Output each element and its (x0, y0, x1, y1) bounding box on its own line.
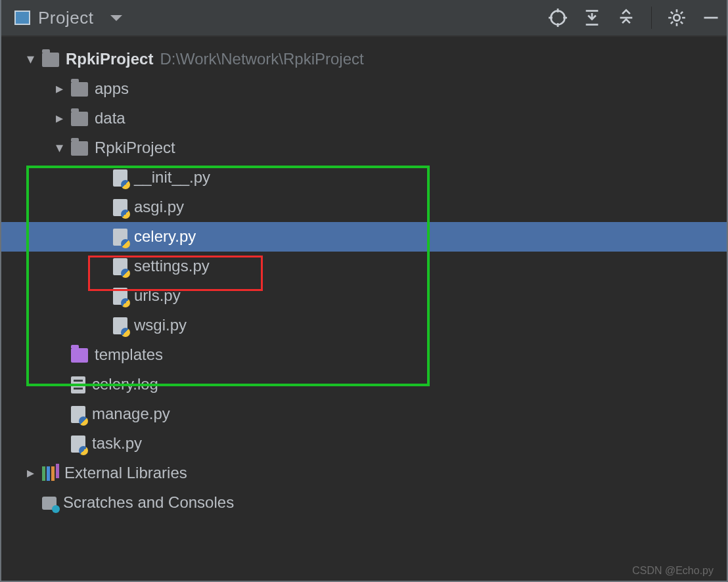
folder-icon (71, 141, 88, 156)
python-file-icon (113, 258, 127, 275)
chevron-down-icon[interactable] (24, 49, 37, 70)
chevron-right-icon[interactable] (24, 463, 37, 484)
minimize-icon[interactable] (702, 9, 720, 27)
expand-all-icon[interactable] (583, 9, 601, 27)
tree-root[interactable]: RpkiProject D:\Work\Network\RpkiProject (1, 45, 727, 74)
python-file-icon (71, 406, 85, 423)
item-label: task.py (92, 432, 142, 455)
python-file-icon (113, 288, 127, 305)
tree-item-apps[interactable]: apps (1, 74, 727, 104)
item-label: urls.py (134, 284, 181, 307)
watermark: CSDN @Echo.py (632, 565, 714, 577)
project-toolbar: Project (1, 0, 727, 37)
text-file-icon (71, 376, 85, 393)
root-name: RpkiProject (66, 48, 153, 71)
svg-point-0 (551, 11, 564, 25)
tree-item-manage[interactable]: manage.py (1, 399, 727, 429)
tree-item-templates[interactable]: templates (1, 340, 727, 370)
python-file-icon (113, 199, 127, 216)
tree-item-asgi[interactable]: asgi.py (1, 192, 727, 222)
chevron-right-icon[interactable] (53, 79, 66, 100)
item-label: templates (95, 344, 163, 367)
tree-item-init[interactable]: __init__.py (1, 163, 727, 192)
tree-item-wsgi[interactable]: wsgi.py (1, 311, 727, 340)
item-label: Scratches and Consoles (63, 491, 234, 514)
item-label: __init__.py (134, 166, 210, 189)
libraries-icon (42, 466, 58, 481)
tree-item-celery[interactable]: celery.py (1, 222, 727, 252)
tree-item-scratches[interactable]: Scratches and Consoles (1, 488, 727, 518)
project-view-selector[interactable]: Project (14, 8, 122, 28)
item-label: celery.log (92, 373, 158, 396)
svg-point-9 (673, 14, 679, 20)
folder-icon (71, 82, 88, 97)
tree-item-celerylog[interactable]: celery.log (1, 370, 727, 399)
tree-item-external-libraries[interactable]: External Libraries (1, 459, 727, 488)
item-label: External Libraries (64, 462, 187, 485)
tree-item-rpkiproject[interactable]: RpkiProject (1, 133, 727, 163)
folder-icon (42, 53, 59, 67)
tree-item-urls[interactable]: urls.py (1, 281, 727, 311)
item-label: data (95, 107, 125, 130)
gear-icon[interactable] (668, 9, 686, 27)
templates-folder-icon (71, 348, 88, 363)
item-label: RpkiProject (95, 137, 175, 160)
collapse-all-icon[interactable] (617, 9, 635, 27)
item-label: celery.py (134, 225, 196, 248)
project-title: Project (38, 8, 93, 28)
item-label: wsgi.py (134, 314, 187, 337)
item-label: settings.py (134, 255, 210, 278)
tree-item-settings[interactable]: settings.py (1, 252, 727, 281)
root-path: D:\Work\Network\RpkiProject (160, 48, 363, 71)
item-label: manage.py (92, 403, 170, 426)
item-label: apps (95, 78, 129, 101)
tree-item-data[interactable]: data (1, 104, 727, 133)
scratches-icon (42, 497, 57, 510)
python-file-icon (113, 229, 127, 246)
project-icon (14, 11, 30, 25)
item-label: asgi.py (134, 196, 184, 219)
target-icon[interactable] (549, 9, 567, 27)
python-file-icon (113, 317, 127, 334)
folder-icon (71, 112, 88, 126)
toolbar-divider (651, 7, 652, 29)
python-file-icon (71, 436, 85, 453)
tree-item-task[interactable]: task.py (1, 429, 727, 459)
chevron-right-icon[interactable] (53, 108, 66, 129)
toolbar-actions (549, 7, 721, 29)
chevron-down-icon (110, 15, 122, 21)
chevron-down-icon[interactable] (53, 138, 66, 159)
python-file-icon (113, 169, 127, 187)
project-tree[interactable]: RpkiProject D:\Work\Network\RpkiProject … (1, 37, 727, 518)
